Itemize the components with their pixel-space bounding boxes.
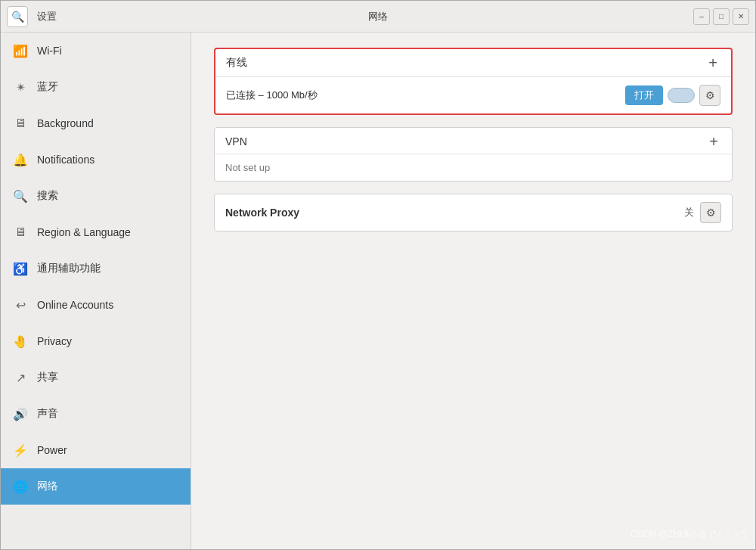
maximize-icon: □ — [719, 12, 723, 20]
sidebar-item-sharing[interactable]: ↗ 共享 — [1, 359, 191, 396]
wired-gear-icon: ⚙ — [705, 89, 715, 101]
sidebar-item-sound[interactable]: 🔊 声音 — [1, 396, 191, 432]
sidebar-label-network: 网络 — [37, 480, 58, 493]
sidebar-item-notifications[interactable]: 🔔 Notifications — [1, 141, 191, 178]
sidebar-label-sharing: 共享 — [37, 371, 58, 384]
accessibility-icon: ♿ — [13, 262, 28, 276]
app-title: 设置 — [34, 10, 693, 23]
sound-icon: 🔊 — [13, 407, 28, 421]
sidebar-label-notifications: Notifications — [37, 154, 94, 166]
sidebar-item-bluetooth[interactable]: ✴ 蓝牙 — [1, 69, 191, 105]
titlebar: 🔍 设置 网络 – □ ✕ — [1, 1, 755, 33]
background-icon: 🖥 — [13, 117, 28, 130]
sidebar-item-power[interactable]: ⚡ Power — [1, 432, 191, 468]
vpn-add-button[interactable]: + — [706, 134, 721, 149]
sidebar-label-wifi: Wi-Fi — [37, 45, 62, 57]
sidebar-item-network[interactable]: 🌐 网络 — [1, 468, 191, 505]
vpn-header: VPN + — [215, 128, 732, 154]
vpn-section: VPN + Not set up — [214, 127, 733, 182]
wired-section: 有线 + 已连接 – 1000 Mb/秒 打开 ⚙ — [214, 48, 733, 115]
minimize-icon: – — [699, 12, 704, 20]
sidebar-label-online-accounts: Online Accounts — [37, 299, 113, 311]
window-controls: – □ ✕ — [693, 8, 749, 25]
sidebar-label-region: Region & Language — [37, 226, 131, 238]
sidebar-label-accessibility: 通用辅助功能 — [37, 262, 101, 275]
proxy-gear-button[interactable]: ⚙ — [700, 202, 721, 223]
vpn-not-setup-text: Not set up — [225, 162, 270, 173]
proxy-controls: 关 ⚙ — [684, 202, 721, 223]
privacy-icon: 🤚 — [13, 334, 28, 349]
close-icon: ✕ — [738, 12, 744, 20]
sidebar-item-privacy[interactable]: 🤚 Privacy — [1, 323, 191, 359]
wired-title: 有线 — [226, 56, 247, 70]
minimize-button[interactable]: – — [693, 8, 710, 25]
sidebar-item-background[interactable]: 🖥 Background — [1, 105, 191, 141]
wired-toggle[interactable] — [668, 88, 695, 103]
maximize-button[interactable]: □ — [713, 8, 730, 25]
sidebar-item-wifi[interactable]: 📶 Wi-Fi — [1, 33, 191, 69]
network-icon: 🌐 — [13, 480, 28, 494]
wired-toggle-group: 打开 ⚙ — [625, 85, 720, 106]
wired-section-header: 有线 + — [215, 49, 731, 77]
proxy-off-label: 关 — [684, 206, 694, 219]
close-button[interactable]: ✕ — [733, 8, 749, 25]
content-area: 有线 + 已连接 – 1000 Mb/秒 打开 ⚙ — [191, 33, 755, 549]
sidebar-label-bluetooth: 蓝牙 — [37, 80, 58, 94]
wired-gear-button[interactable]: ⚙ — [699, 85, 720, 106]
sidebar-label-power: Power — [37, 444, 67, 456]
wifi-icon: 📶 — [13, 44, 28, 58]
proxy-gear-icon: ⚙ — [706, 207, 716, 219]
wired-connection-row: 已连接 – 1000 Mb/秒 打开 ⚙ — [215, 77, 731, 113]
power-icon: ⚡ — [13, 443, 28, 458]
proxy-section: Network Proxy 关 ⚙ — [214, 194, 733, 231]
sidebar-label-privacy: Privacy — [37, 335, 72, 347]
online-accounts-icon: ↩ — [13, 298, 28, 312]
sidebar-item-online-accounts[interactable]: ↩ Online Accounts — [1, 287, 191, 323]
search-sidebar-icon: 🔍 — [13, 189, 28, 204]
proxy-label: Network Proxy — [225, 207, 684, 219]
region-icon: 🖥 — [13, 225, 28, 239]
sidebar-item-search[interactable]: 🔍 搜索 — [1, 178, 191, 214]
search-icon: 🔍 — [11, 11, 24, 23]
bluetooth-icon: ✴ — [13, 80, 28, 95]
wired-open-button[interactable]: 打开 — [625, 85, 663, 105]
sidebar-item-accessibility[interactable]: ♿ 通用辅助功能 — [1, 250, 191, 287]
sidebar-label-search: 搜索 — [37, 189, 58, 203]
vpn-not-setup-row: Not set up — [215, 154, 732, 181]
main-content: 📶 Wi-Fi ✴ 蓝牙 🖥 Background 🔔 Notification… — [1, 33, 755, 549]
vpn-title: VPN — [225, 135, 247, 148]
settings-window: 🔍 设置 网络 – □ ✕ 📶 Wi-Fi — [0, 0, 756, 550]
notifications-icon: 🔔 — [13, 153, 28, 167]
titlebar-search-button[interactable]: 🔍 — [7, 6, 28, 27]
wired-add-button[interactable]: + — [705, 55, 720, 70]
sidebar-label-background: Background — [37, 117, 94, 129]
sidebar: 📶 Wi-Fi ✴ 蓝牙 🖥 Background 🔔 Notification… — [1, 33, 191, 549]
window-title: 网络 — [368, 10, 388, 23]
sidebar-label-sound: 声音 — [37, 407, 58, 421]
sharing-icon: ↗ — [13, 371, 28, 385]
sidebar-item-region[interactable]: 🖥 Region & Language — [1, 214, 191, 250]
wired-status-text: 已连接 – 1000 Mb/秒 — [226, 89, 625, 102]
